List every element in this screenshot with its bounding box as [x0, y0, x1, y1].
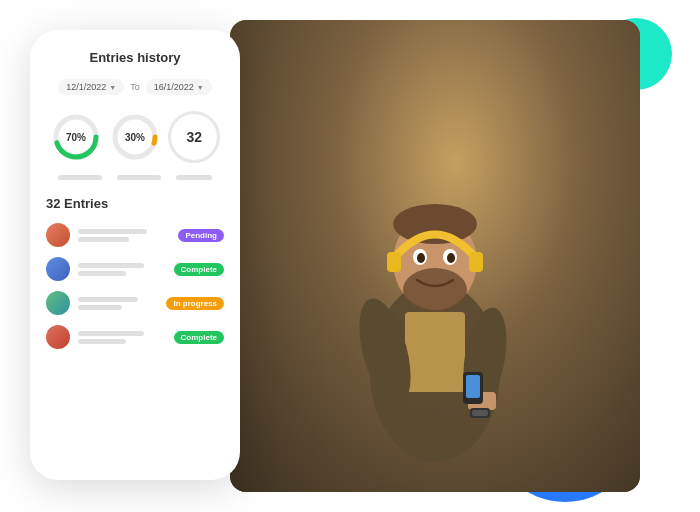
worker-illustration: [305, 112, 565, 492]
donut-svg-2: 30%: [109, 111, 161, 163]
legend-bar-2: [117, 175, 161, 180]
svg-rect-10: [387, 252, 401, 272]
entry-line-bot-2: [78, 271, 126, 276]
avatar-4: [46, 325, 70, 349]
entry-line-top-1: [78, 229, 147, 234]
entry-list: Pending Complete In progress: [46, 223, 224, 349]
status-badge-2: Complete: [174, 263, 224, 276]
entry-item-1: Pending: [46, 223, 224, 247]
entry-item-2: Complete: [46, 257, 224, 281]
entry-text-4: [78, 331, 166, 344]
date-to-value: 16/1/2022: [154, 82, 194, 92]
phone-mockup: Entries history 12/1/2022 ▼ To 16/1/2022…: [30, 30, 240, 480]
svg-point-16: [417, 253, 425, 263]
legend-bar-1: [58, 175, 102, 180]
date-to-pill[interactable]: 16/1/2022 ▼: [146, 79, 212, 95]
svg-text:70%: 70%: [66, 132, 86, 143]
svg-rect-1: [405, 312, 465, 392]
count-value: 32: [187, 129, 203, 145]
count-circle: 32: [168, 111, 220, 163]
donut-chart-1: 70%: [50, 111, 102, 163]
date-range-row: 12/1/2022 ▼ To 16/1/2022 ▼: [46, 79, 224, 95]
donut-svg-1: 70%: [50, 111, 102, 163]
phone-title: Entries history: [46, 50, 224, 65]
entry-text-1: [78, 229, 170, 242]
legend-bar-3: [176, 175, 212, 180]
date-from-arrow: ▼: [109, 84, 116, 91]
entry-line-bot-4: [78, 339, 126, 344]
svg-text:30%: 30%: [125, 132, 145, 143]
svg-rect-9: [466, 375, 480, 398]
date-to-separator: To: [130, 82, 140, 92]
entry-item-4: Complete: [46, 325, 224, 349]
status-badge-4: Complete: [174, 331, 224, 344]
svg-point-17: [447, 253, 455, 263]
date-to-arrow: ▼: [197, 84, 204, 91]
entries-count: 32 Entries: [46, 196, 224, 211]
avatar-1: [46, 223, 70, 247]
legend-bars: [46, 175, 224, 180]
avatar-2: [46, 257, 70, 281]
entry-text-3: [78, 297, 158, 310]
avatar-3: [46, 291, 70, 315]
entry-line-bot-1: [78, 237, 129, 242]
entry-text-2: [78, 263, 166, 276]
entry-line-top-2: [78, 263, 144, 268]
date-from-pill[interactable]: 12/1/2022 ▼: [58, 79, 124, 95]
entry-line-top-3: [78, 297, 138, 302]
entry-line-bot-3: [78, 305, 122, 310]
entry-line-top-4: [78, 331, 144, 336]
charts-row: 70% 30% 32: [46, 111, 224, 163]
status-badge-1: Pending: [178, 229, 224, 242]
donut-chart-2: 30%: [109, 111, 161, 163]
svg-point-3: [403, 268, 467, 312]
entry-item-3: In progress: [46, 291, 224, 315]
date-from-value: 12/1/2022: [66, 82, 106, 92]
status-badge-3: In progress: [166, 297, 224, 310]
worker-photo: [230, 20, 640, 492]
svg-rect-11: [469, 252, 483, 272]
svg-rect-13: [472, 410, 488, 416]
